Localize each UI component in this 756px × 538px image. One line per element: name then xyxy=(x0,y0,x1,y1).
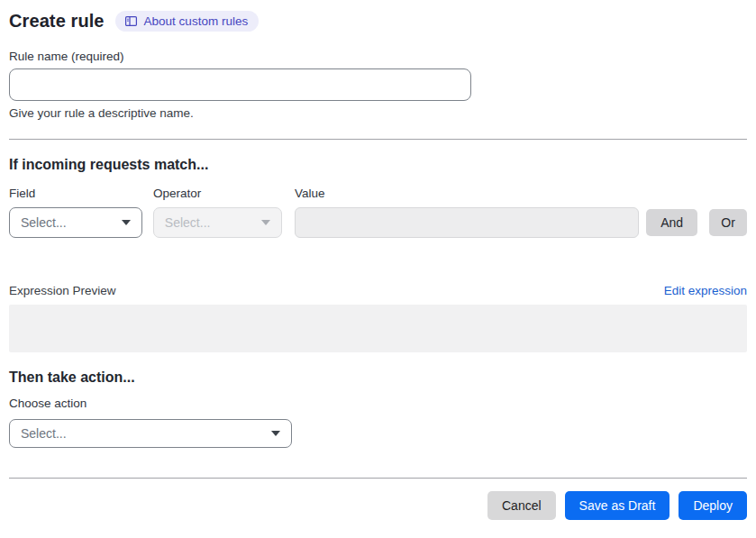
footer-actions: Cancel Save as Draft Deploy xyxy=(9,491,747,520)
expression-preview-row: Expression Preview Edit expression xyxy=(9,284,747,297)
rule-name-label: Rule name (required) xyxy=(9,50,747,63)
create-rule-page: Create rule About custom rules Rule name… xyxy=(0,0,756,520)
field-select-value: Select... xyxy=(21,215,67,230)
and-button[interactable]: And xyxy=(646,209,697,236)
action-select[interactable]: Select... xyxy=(9,419,292,448)
page-header: Create rule About custom rules xyxy=(9,11,747,32)
operator-select-value: Select... xyxy=(165,215,211,230)
deploy-button[interactable]: Deploy xyxy=(679,491,747,520)
cancel-button[interactable]: Cancel xyxy=(487,491,556,520)
save-as-draft-button[interactable]: Save as Draft xyxy=(565,491,670,520)
or-button[interactable]: Or xyxy=(709,209,747,236)
section-divider-bottom xyxy=(9,478,747,479)
action-section-heading: Then take action... xyxy=(9,369,747,386)
value-input[interactable] xyxy=(295,207,639,238)
book-icon xyxy=(124,14,138,28)
value-column-label: Value xyxy=(295,187,747,200)
about-custom-rules-badge[interactable]: About custom rules xyxy=(115,11,260,32)
operator-select[interactable]: Select... xyxy=(153,207,282,238)
choose-action-label: Choose action xyxy=(9,397,747,410)
edit-expression-link[interactable]: Edit expression xyxy=(664,284,747,297)
match-column-labels: Field Operator Value xyxy=(9,187,747,200)
field-column-label: Field xyxy=(9,187,153,200)
expression-preview-box xyxy=(9,305,747,352)
match-section-heading: If incoming requests match... xyxy=(9,157,747,173)
about-badge-label: About custom rules xyxy=(144,14,249,28)
expression-preview-label: Expression Preview xyxy=(9,284,116,297)
chevron-down-icon xyxy=(122,220,131,225)
rule-name-helper: Give your rule a descriptive name. xyxy=(9,106,747,120)
operator-column-label: Operator xyxy=(153,187,295,200)
field-select[interactable]: Select... xyxy=(9,207,142,238)
rule-name-input[interactable] xyxy=(9,68,471,101)
section-divider-top xyxy=(9,139,747,140)
chevron-down-icon xyxy=(261,220,270,225)
action-select-value: Select... xyxy=(21,426,67,441)
chevron-down-icon xyxy=(271,431,280,436)
page-title: Create rule xyxy=(9,11,105,32)
match-controls-row: Select... Select... And Or xyxy=(9,207,747,238)
